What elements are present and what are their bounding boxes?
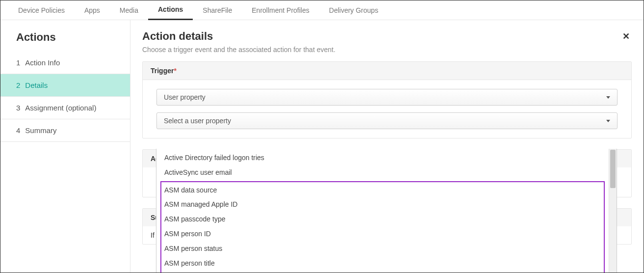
- page-title: Action details: [142, 30, 213, 43]
- chevron-down-icon: [606, 96, 610, 99]
- sidebar-item-summary[interactable]: 4 Summary: [0, 119, 130, 142]
- dropdown-value: Select a user property: [164, 117, 231, 125]
- dropdown-option-list: Active Directory failed logon tries Acti…: [156, 149, 609, 273]
- step-number: 2: [16, 81, 20, 89]
- step-number: 3: [16, 104, 20, 112]
- page-subtitle: Choose a trigger event and the associate…: [142, 46, 632, 54]
- dropdown-option[interactable]: Active Directory failed logon tries: [156, 151, 609, 165]
- step-number: 4: [16, 126, 20, 135]
- close-icon[interactable]: ✕: [620, 30, 632, 43]
- sidebar-item-label: Assignment (optional): [25, 104, 96, 112]
- user-property-dropdown-menu: Active Directory failed logon tries Acti…: [156, 149, 617, 273]
- sidebar-item-label: Action Info: [25, 58, 60, 67]
- top-nav: Device Policies Apps Media Actions Share…: [0, 0, 644, 20]
- dropdown-option[interactable]: ASM person unique ID: [161, 271, 604, 273]
- dropdown-option[interactable]: ASM managed Apple ID: [161, 197, 604, 212]
- sidebar-item-assignment[interactable]: 3 Assignment (optional): [0, 97, 130, 119]
- sidebar-title: Actions: [0, 20, 130, 52]
- trigger-panel-body: User property Select a user property: [143, 80, 631, 138]
- trigger-panel: Trigger* User property Select a user pro…: [142, 61, 632, 138]
- layout: Actions 1 Action Info 2 Details 3 Assign…: [0, 20, 644, 273]
- user-property-dropdown[interactable]: Select a user property: [156, 112, 618, 129]
- main-content: Action details ✕ Choose a trigger event …: [130, 20, 644, 273]
- nav-media[interactable]: Media: [110, 0, 148, 20]
- nav-device-policies[interactable]: Device Policies: [8, 0, 75, 20]
- dropdown-option[interactable]: ASM data source: [161, 183, 604, 198]
- main-header: Action details ✕: [142, 30, 632, 43]
- if-label: If: [151, 231, 155, 239]
- scrollbar[interactable]: [609, 149, 617, 273]
- dropdown-option[interactable]: ASM person status: [161, 242, 604, 256]
- dropdown-option[interactable]: ASM person ID: [161, 227, 604, 242]
- dropdown-option[interactable]: ASM passcode type: [161, 212, 604, 227]
- sidebar: Actions 1 Action Info 2 Details 3 Assign…: [0, 20, 130, 273]
- chevron-down-icon: [606, 120, 610, 122]
- scrollbar-thumb[interactable]: [610, 150, 616, 188]
- sidebar-item-action-info[interactable]: 1 Action Info: [0, 52, 130, 74]
- sidebar-item-label: Summary: [25, 126, 56, 135]
- trigger-panel-header: Trigger*: [143, 62, 631, 80]
- trigger-type-dropdown[interactable]: User property: [156, 89, 618, 106]
- step-number: 1: [16, 58, 20, 67]
- dropdown-option[interactable]: ASM person title: [161, 256, 604, 271]
- nav-delivery-groups[interactable]: Delivery Groups: [319, 0, 388, 20]
- nav-enrollment-profiles[interactable]: Enrollment Profiles: [242, 0, 319, 20]
- sidebar-item-label: Details: [25, 81, 48, 89]
- trigger-label: Trigger: [151, 67, 174, 75]
- dropdown-option[interactable]: ActiveSync user email: [156, 165, 609, 180]
- sidebar-item-details[interactable]: 2 Details: [0, 74, 130, 97]
- nav-apps[interactable]: Apps: [75, 0, 110, 20]
- nav-actions[interactable]: Actions: [148, 0, 193, 20]
- required-indicator: *: [174, 67, 176, 75]
- nav-sharefile[interactable]: ShareFile: [193, 0, 242, 20]
- highlighted-option-group: ASM data source ASM managed Apple ID ASM…: [160, 181, 605, 273]
- dropdown-value: User property: [164, 93, 206, 101]
